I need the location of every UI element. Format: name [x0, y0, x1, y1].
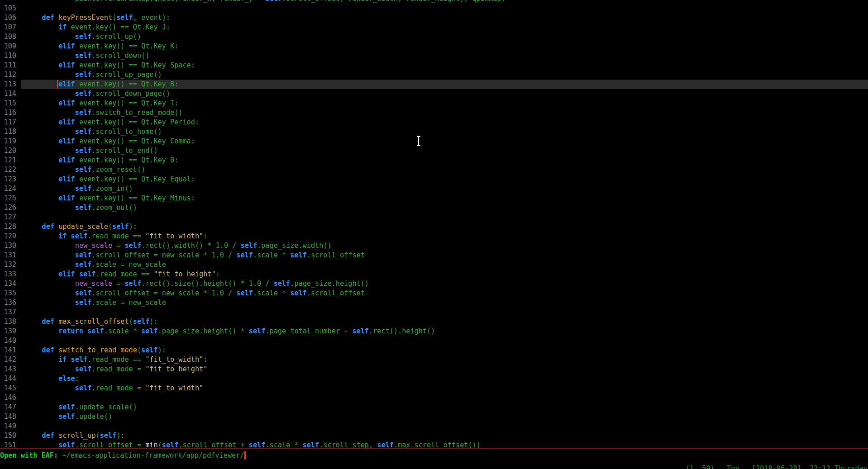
- code-token: .rect().height(): [369, 327, 435, 335]
- code-line[interactable]: 113 elif event.key() == Qt.Key_B:: [0, 80, 868, 89]
- code-token: scroll_up: [58, 431, 95, 440]
- code-line[interactable]: 132 self.scale = new_scale: [0, 260, 868, 270]
- code-token: , event):: [133, 14, 170, 22]
- line-number: 138: [0, 317, 16, 327]
- line-number: 135: [0, 289, 16, 298]
- code-token: [54, 223, 58, 231]
- code-line[interactable]: 140: [0, 336, 868, 346]
- code-line[interactable]: 133 elif self.read_mode == "fit_to_heigh…: [0, 270, 868, 279]
- code-line[interactable]: 143 self.read_mode = "fit_to_height": [0, 365, 868, 374]
- code-line[interactable]: 123 elif event.key() == Qt.Key_Equal:: [0, 175, 868, 184]
- code-line[interactable]: 120 self.scroll_to_end(): [0, 146, 868, 156]
- code-line[interactable]: 135 self.scroll_offset = new_scale * 1.0…: [0, 289, 868, 298]
- code-token: event.key() == Qt.Key_K:: [75, 42, 179, 50]
- code-token: def: [42, 431, 54, 440]
- code-token: .page_size.width(): [257, 242, 332, 250]
- code-token: [83, 327, 87, 335]
- code-token: (: [137, 346, 141, 354]
- code-token: elif: [58, 99, 75, 107]
- code-line[interactable]: 129 if self.read_mode == "fit_to_width":: [0, 232, 868, 241]
- code-token: .scroll_step,: [319, 441, 377, 448]
- code-token: self: [75, 166, 92, 174]
- line-number: 134: [0, 279, 16, 289]
- code-line[interactable]: 105: [0, 4, 868, 13]
- code-token: [25, 242, 75, 250]
- code-token: [25, 137, 58, 145]
- line-number: 142: [0, 355, 16, 365]
- code-token: return: [58, 327, 83, 335]
- code-line[interactable]: 111 elif event.key() == Qt.Key_Space:: [0, 61, 868, 70]
- code-token: painter.drawPixmap(QRect(render_x, rende…: [25, 0, 265, 3]
- code-token: self: [75, 128, 92, 136]
- code-line[interactable]: 121 elif event.key() == Qt.Key_0:: [0, 156, 868, 165]
- code-token: .scale = new_scale: [91, 261, 166, 269]
- line-number: 122: [0, 165, 16, 175]
- code-token: self: [133, 317, 150, 326]
- code-token: .scale = new_scale: [91, 298, 166, 307]
- code-line[interactable]: 136 self.scale = new_scale: [0, 298, 868, 308]
- line-number: 131: [0, 251, 16, 260]
- code-token: [54, 14, 58, 22]
- minibuffer-cursor: [244, 451, 246, 460]
- code-line[interactable]: 148 self.update(): [0, 412, 868, 422]
- code-buffer[interactable]: painter.drawPixmap(QRect(render_x, rende…: [0, 0, 868, 448]
- code-line[interactable]: 109 elif event.key() == Qt.Key_K:: [0, 42, 868, 51]
- code-line[interactable]: 141 def switch_to_read_mode(self):: [0, 346, 868, 355]
- code-line[interactable]: 150 def scroll_up(self):: [0, 431, 868, 441]
- code-line[interactable]: 117 elif event.key() == Qt.Key_Period:: [0, 118, 868, 127]
- code-line[interactable]: 134 new_scale = self.rect().size().heigh…: [0, 279, 868, 289]
- code-token: self: [290, 251, 307, 259]
- code-line[interactable]: 139 return self.scale * self.page_size.h…: [0, 327, 868, 336]
- code-line[interactable]: 125 elif event.key() == Qt.Key_Minus:: [0, 194, 868, 203]
- code-token: [25, 270, 58, 278]
- minibuffer[interactable]: Open with EAF: ~/emacs-application-frame…: [0, 451, 868, 460]
- code-token: elif: [58, 194, 75, 202]
- line-number: 118: [0, 127, 16, 137]
- code-token: self: [100, 431, 117, 440]
- code-token: .scroll_offset: [307, 251, 365, 259]
- code-line[interactable]: 146: [0, 393, 868, 403]
- code-line[interactable]: 131 self.scroll_offset = new_scale * 1.0…: [0, 251, 868, 260]
- code-line[interactable]: 130 new_scale = self.rect().width() * 1.…: [0, 241, 868, 251]
- code-line[interactable]: 127: [0, 213, 868, 222]
- code-line[interactable]: 138 def max_scroll_offset(self):: [0, 317, 868, 327]
- line-number: 140: [0, 336, 16, 346]
- code-line[interactable]: 112 self.scroll_up_page(): [0, 70, 868, 80]
- code-token: [25, 403, 58, 411]
- code-token: [25, 33, 75, 41]
- code-line[interactable]: 137: [0, 308, 868, 317]
- code-token: :: [216, 270, 220, 278]
- code-token: self: [112, 223, 129, 231]
- minibuffer-input[interactable]: ~/emacs-application-framework/app/pdfvie…: [62, 451, 244, 460]
- code-token: .scale *: [253, 289, 290, 297]
- code-token: self: [75, 251, 92, 259]
- code-line[interactable]: 147 self.update_scale(): [0, 403, 868, 412]
- code-line[interactable]: 108 self.scroll_up(): [0, 32, 868, 42]
- code-token: self: [75, 147, 92, 155]
- code-line[interactable]: 128 def update_scale(self):: [0, 222, 868, 232]
- code-line[interactable]: 122 self.zoom_reset(): [0, 165, 868, 175]
- code-line[interactable]: 151 self.scroll_offset = min(self.scroll…: [0, 441, 868, 448]
- line-number: 137: [0, 308, 16, 317]
- text-cursor: [57, 80, 58, 89]
- code-token: [25, 118, 58, 126]
- code-token: [25, 128, 75, 136]
- code-line[interactable]: 118 self.scroll_to_home(): [0, 127, 868, 137]
- code-line[interactable]: 119 elif event.key() == Qt.Key_Comma:: [0, 137, 868, 146]
- code-line[interactable]: 126 self.zoom_out(): [0, 203, 868, 213]
- code-line[interactable]: 144 else:: [0, 374, 868, 384]
- code-line[interactable]: 106 def keyPressEvent(self, event):: [0, 13, 868, 23]
- code-line[interactable]: 145 self.read_mode = "fit_to_width": [0, 384, 868, 393]
- code-token: [25, 317, 42, 326]
- code-token: self: [290, 289, 307, 297]
- code-line[interactable]: 142 if self.read_mode == "fit_to_width":: [0, 355, 868, 365]
- code-line[interactable]: 110 self.scroll_down(): [0, 51, 868, 61]
- code-line[interactable]: 115 elif event.key() == Qt.Key_T:: [0, 99, 868, 108]
- code-token: =: [112, 242, 124, 250]
- code-line-partial[interactable]: painter.drawPixmap(QRect(render_x, rende…: [0, 0, 868, 4]
- code-line[interactable]: 114 self.scroll_down_page(): [0, 89, 868, 99]
- code-line[interactable]: 124 self.zoom_in(): [0, 184, 868, 194]
- code-line[interactable]: 149: [0, 422, 868, 431]
- code-line[interactable]: 116 self.switch_to_read_mode(): [0, 108, 868, 118]
- code-line[interactable]: 107 if event.key() == Qt.Key_J:: [0, 23, 868, 32]
